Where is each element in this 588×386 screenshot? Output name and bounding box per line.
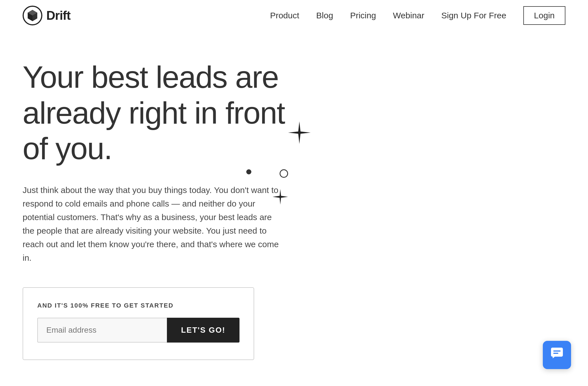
svg-rect-3 <box>553 353 558 354</box>
sparkle-large-icon <box>288 121 311 144</box>
nav-signup[interactable]: Sign Up For Free <box>441 11 506 20</box>
hero-headline: Your best leads are already right in fro… <box>23 59 291 166</box>
hero-subtext: Just think about the way that you buy th… <box>23 183 285 265</box>
header: Drift Product Blog Pricing Webinar Sign … <box>0 0 588 31</box>
cta-form: LET'S GO! <box>37 318 239 343</box>
svg-rect-1 <box>551 348 563 357</box>
decorative-dot <box>246 169 251 174</box>
svg-rect-2 <box>553 350 561 352</box>
main-nav: Product Blog Pricing Webinar Sign Up For… <box>270 6 565 25</box>
nav-webinar[interactable]: Webinar <box>393 11 424 20</box>
sparkle-small-icon <box>273 189 288 205</box>
cta-box: AND IT'S 100% FREE TO GET STARTED LET'S … <box>23 287 254 360</box>
decorative-circle <box>280 169 288 178</box>
login-button[interactable]: Login <box>523 6 565 25</box>
main-content: Your best leads are already right in fro… <box>0 31 508 360</box>
nav-product[interactable]: Product <box>270 11 299 20</box>
brand-name: Drift <box>46 8 70 23</box>
nav-pricing[interactable]: Pricing <box>350 11 376 20</box>
email-input[interactable] <box>37 318 167 343</box>
cta-label: AND IT'S 100% FREE TO GET STARTED <box>37 302 239 309</box>
drift-logo-icon <box>23 6 42 25</box>
chat-icon <box>550 346 564 363</box>
nav-blog[interactable]: Blog <box>316 11 333 20</box>
logo-area[interactable]: Drift <box>23 6 70 25</box>
chat-widget[interactable] <box>543 341 571 369</box>
cta-submit-button[interactable]: LET'S GO! <box>167 318 239 343</box>
